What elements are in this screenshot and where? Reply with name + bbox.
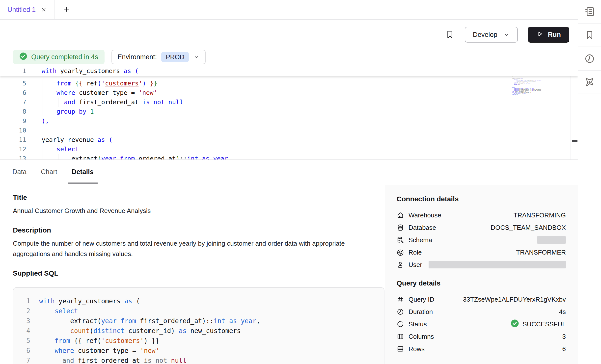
indent-guide (58, 154, 58, 160)
scrollbar-handle[interactable] (572, 140, 577, 142)
query-status-text: Query completed in 4s (31, 53, 98, 61)
tab-bar: Untitled 1 (0, 0, 578, 20)
code-line: 11yearly_revenue as ( (0, 135, 578, 145)
clock-icon (584, 53, 595, 64)
detail-value: 3 (562, 333, 566, 340)
line-number: 5 (0, 79, 26, 88)
results-tab-bar: Data Chart Details (0, 160, 578, 184)
line-number: 3 (13, 316, 30, 326)
detail-value: 4s (559, 308, 566, 316)
right-sidebar (578, 0, 601, 364)
status-value: SUCCESSFUL (511, 319, 566, 329)
detail-row-query-id: Query ID33TZseWpe1ALFDUYerxR1gVKxbv (397, 293, 566, 306)
duration-icon (397, 308, 404, 315)
code-line: 1with yearly_customers as ( (13, 296, 384, 306)
indent-guide (43, 79, 43, 88)
play-icon (536, 30, 544, 39)
status-icon (397, 320, 404, 328)
tab-chart[interactable]: Chart (41, 160, 57, 184)
code-line: 6 where customer_type = 'new' (0, 88, 578, 98)
detail-label: Warehouse (409, 211, 441, 219)
new-tab-button[interactable] (55, 0, 78, 19)
hash-icon (397, 296, 404, 303)
status-row: Query completed in 4s Environment: PROD (13, 50, 206, 64)
ide-window: Untitled 1 Develop Run Query completed i… (0, 0, 601, 364)
develop-dropdown[interactable]: Develop (465, 27, 518, 43)
query-status-badge: Query completed in 4s (13, 50, 105, 64)
indent-guide (43, 88, 43, 98)
database-icon (397, 224, 404, 231)
plus-icon (63, 5, 70, 14)
indent-guide (58, 98, 58, 107)
sidebar-button-lineage[interactable] (578, 71, 601, 94)
line-number: 2 (13, 306, 30, 316)
detail-label: Rows (409, 345, 425, 353)
indent-guide (43, 107, 43, 116)
detail-label: Database (409, 224, 436, 232)
line-number: 11 (0, 135, 26, 145)
chevron-down-icon (503, 31, 510, 38)
detail-value: TRANSFORMER (516, 249, 566, 256)
detail-row-status: StatusSUCCESSFUL (397, 318, 566, 330)
environment-selector[interactable]: Environment: PROD (111, 50, 206, 64)
line-number: 8 (0, 107, 26, 116)
sidebar-button-clock[interactable] (578, 47, 601, 71)
close-icon[interactable] (41, 6, 47, 13)
detail-value: TRANSFORMING (514, 211, 566, 219)
detail-label: Query ID (409, 296, 434, 303)
detail-label: Schema (409, 236, 432, 244)
code-line: 4 count(distinct customer_id) as new_cus… (13, 326, 384, 336)
description-heading: Description (13, 226, 385, 235)
connection-details-heading: Connection details (397, 195, 566, 204)
line-number: 9 (0, 116, 26, 126)
code-line: 10 (0, 126, 578, 135)
bookmark-icon[interactable] (445, 30, 455, 40)
line-number: 12 (0, 145, 26, 154)
environment-value-badge: PROD (161, 52, 189, 62)
check-circle-icon (511, 319, 519, 329)
line-number: 7 (13, 356, 30, 364)
detail-label: Role (409, 249, 422, 256)
detail-value: SUCCESSFUL (522, 320, 566, 328)
user-icon (397, 261, 404, 268)
code-line: 7 and first_ordered_at is not null (0, 98, 578, 107)
detail-label: User (409, 261, 422, 269)
detail-row-duration: Duration4s (397, 306, 566, 318)
warehouse-icon (397, 211, 404, 219)
line-number: 10 (0, 126, 26, 135)
check-circle-icon (19, 52, 27, 62)
rows-icon (397, 345, 404, 353)
detail-row-rows: Rows6 (397, 343, 566, 355)
code-line: 1with yearly_customers as ( (0, 66, 578, 76)
columns-icon (397, 333, 404, 340)
line-number: 13 (0, 154, 26, 160)
code-line: 5 from {{ ref('customers') }} (13, 336, 384, 346)
code-line: 8 group by 1 (0, 107, 578, 116)
indent-guide (43, 98, 43, 107)
tab-details[interactable]: Details (72, 160, 94, 184)
notebook-icon (584, 6, 595, 17)
detail-value: DOCS_TEAM_SANDBOX (491, 224, 566, 232)
editor-scrollbar[interactable] (571, 66, 578, 159)
connection-query-panel: Connection details WarehouseTRANSFORMING… (385, 185, 578, 364)
develop-label: Develop (473, 31, 497, 39)
sidebar-button-bookmark[interactable] (578, 24, 601, 47)
toolbar: Develop Run (0, 20, 578, 49)
sidebar-button-notebook[interactable] (578, 0, 601, 24)
detail-value: 33TZseWpe1ALFDUYerxR1gVKxbv (463, 296, 566, 303)
sql-editor[interactable]: 1with yearly_customers as (5 from {{ ref… (0, 66, 578, 160)
supplied-sql-heading: Supplied SQL (13, 269, 385, 278)
code-line: 7 and first_ordered_at is not null (13, 356, 384, 364)
detail-row-database: DatabaseDOCS_TEAM_SANDBOX (397, 221, 566, 234)
line-number: 5 (13, 336, 30, 346)
redacted-value (429, 261, 566, 268)
code-line: 3 extract(year from first_ordered_at)::i… (13, 316, 384, 326)
query-details-heading: Query details (397, 279, 566, 288)
tab-data[interactable]: Data (12, 160, 27, 184)
line-number: 6 (13, 346, 30, 356)
line-number: 6 (0, 88, 26, 98)
tab-untitled-1[interactable]: Untitled 1 (0, 0, 55, 19)
line-number: 7 (0, 98, 26, 107)
title-value: Annual Customer Growth and Revenue Analy… (13, 206, 357, 216)
run-button[interactable]: Run (528, 27, 569, 43)
